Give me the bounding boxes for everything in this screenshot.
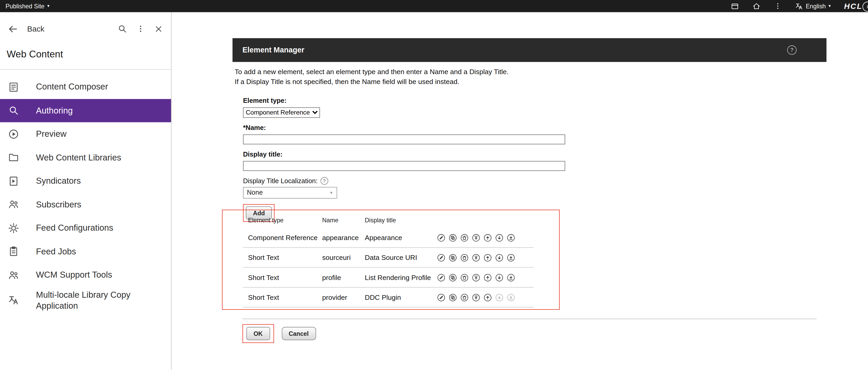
name-input[interactable] xyxy=(243,134,565,144)
sidebar-item-label: Subscribers xyxy=(36,197,82,212)
move-to-top-icon[interactable] xyxy=(472,273,480,281)
table-row: Short Text profile List Rendering Profil… xyxy=(243,268,534,288)
gear-icon xyxy=(8,222,20,234)
published-site-label: Published Site xyxy=(5,3,44,9)
copy-icon[interactable] xyxy=(449,294,457,301)
chevron-down-icon: ▾ xyxy=(47,4,50,8)
element-type-select[interactable]: Component Reference xyxy=(243,107,320,117)
move-to-bottom-icon[interactable] xyxy=(507,273,515,281)
cell-element-type: Component Reference xyxy=(248,234,322,242)
chevron-down-icon: ▾ xyxy=(829,4,831,8)
people-icon xyxy=(8,199,20,210)
move-down-icon[interactable] xyxy=(495,234,503,242)
profile-icon[interactable]: i xyxy=(863,2,868,11)
delete-icon[interactable] xyxy=(461,234,468,242)
sidebar-item-label: Web Content Libraries xyxy=(36,150,121,165)
cell-element-type: Short Text xyxy=(248,294,322,301)
sidebar-item-web-content-libraries[interactable]: Web Content Libraries xyxy=(0,146,171,169)
move-to-bottom-icon[interactable] xyxy=(507,234,515,242)
move-down-icon[interactable] xyxy=(495,254,503,262)
move-to-top-icon[interactable] xyxy=(472,254,480,262)
name-label: *Name: xyxy=(243,124,586,132)
sidebar-item-syndicators[interactable]: Syndicators xyxy=(0,169,171,193)
sidebar-item-label: Authoring xyxy=(36,103,73,118)
copy-icon[interactable] xyxy=(449,254,457,262)
footer: OK Cancel xyxy=(243,324,316,343)
back-label: Back xyxy=(27,24,44,33)
localization-label: Display Title Localization: xyxy=(243,177,318,184)
language-label: English xyxy=(806,3,826,9)
sidebar-item-feed-jobs[interactable]: Feed Jobs xyxy=(0,240,171,263)
sidebar-item-label: Preview xyxy=(36,126,67,142)
overflow-menu-icon[interactable] xyxy=(774,2,781,10)
sidebar-item-subscribers[interactable]: Subscribers xyxy=(0,193,171,216)
sidebar-item-feed-configurations[interactable]: Feed Configurations xyxy=(0,216,171,240)
display-title-input[interactable] xyxy=(243,161,565,171)
help-icon[interactable]: ? xyxy=(787,45,797,55)
search-icon[interactable] xyxy=(117,24,127,34)
sidebar-item-content-composer[interactable]: Content Composer xyxy=(0,75,171,99)
divider xyxy=(243,318,816,319)
move-up-icon[interactable] xyxy=(484,254,492,262)
hcl-logo: HCL xyxy=(844,2,863,10)
delete-icon[interactable] xyxy=(461,273,468,281)
move-to-bottom-icon xyxy=(507,294,515,301)
copy-icon[interactable] xyxy=(449,273,457,281)
edit-icon[interactable] xyxy=(437,273,445,281)
cell-element-type: Short Text xyxy=(248,254,322,262)
table-row: Short Text sourceuri Data Source URI xyxy=(243,248,534,268)
edit-icon[interactable] xyxy=(437,294,445,301)
clipboard-icon xyxy=(8,246,20,258)
translate-icon xyxy=(8,294,20,306)
copy-icon[interactable] xyxy=(449,234,457,242)
delete-icon[interactable] xyxy=(461,294,468,301)
people-icon xyxy=(8,269,20,281)
description-line-2: If a Display Title is not specified, the… xyxy=(235,77,509,87)
kebab-menu-icon[interactable] xyxy=(136,24,145,33)
sidebar-item-label: Multi-locale Library Copy Application xyxy=(36,287,166,313)
delete-icon[interactable] xyxy=(461,254,468,262)
annotation-box-table: Element type Name Display title Componen… xyxy=(222,209,560,310)
page-title: Element Manager xyxy=(243,46,305,54)
display-title-label: Display title: xyxy=(243,150,586,158)
sidebar-toolbar: Back xyxy=(0,12,171,41)
back-arrow-icon xyxy=(8,24,18,34)
move-to-top-icon[interactable] xyxy=(472,234,480,242)
edit-icon[interactable] xyxy=(437,234,445,242)
annotation-box-ok: OK xyxy=(243,324,274,343)
sidebar-item-multi-locale-library-copy-application[interactable]: Multi-locale Library Copy Application xyxy=(0,287,171,313)
sidebar-item-wcm-support-tools[interactable]: WCM Support Tools xyxy=(0,263,171,287)
localization-value: None xyxy=(244,189,263,197)
close-icon[interactable] xyxy=(154,24,163,33)
cell-display-title: Data Source URI xyxy=(365,254,437,262)
move-up-icon[interactable] xyxy=(484,273,492,281)
published-site-menu[interactable]: Published Site ▾ xyxy=(5,3,49,9)
sidebar-item-preview[interactable]: Preview xyxy=(0,122,171,145)
move-up-icon[interactable] xyxy=(484,294,492,301)
move-to-top-icon[interactable] xyxy=(472,294,480,301)
localization-dropdown[interactable]: None ▾ xyxy=(243,187,337,198)
row-actions xyxy=(437,294,534,301)
move-up-icon[interactable] xyxy=(484,234,492,242)
move-down-icon[interactable] xyxy=(495,273,503,281)
sidebar-item-authoring[interactable]: Authoring xyxy=(0,99,171,122)
chevron-down-icon: ▾ xyxy=(326,187,337,198)
cell-display-title: DDC Plugin xyxy=(365,294,437,301)
home-icon[interactable] xyxy=(752,2,761,10)
cell-name: appearance xyxy=(322,234,365,242)
search-icon xyxy=(8,105,20,116)
edit-icon[interactable] xyxy=(437,254,445,262)
ok-button[interactable]: OK xyxy=(246,327,270,340)
topbar-actions: English ▾ HCL xyxy=(731,2,862,10)
app-switcher-icon[interactable] xyxy=(731,2,739,10)
cancel-button[interactable]: Cancel xyxy=(281,327,316,340)
description-line-1: To add a new element, select an element … xyxy=(235,68,509,77)
sidebar-item-label: Feed Configurations xyxy=(36,220,113,236)
column-header-element-type: Element type xyxy=(248,217,322,223)
topbar: Published Site ▾ English ▾ HCL i xyxy=(0,0,868,12)
back-button[interactable]: Back xyxy=(8,24,44,34)
help-icon[interactable]: ? xyxy=(320,177,328,184)
move-to-bottom-icon[interactable] xyxy=(507,254,515,262)
language-menu[interactable]: English ▾ xyxy=(795,2,831,10)
description: To add a new element, select an element … xyxy=(235,68,509,87)
